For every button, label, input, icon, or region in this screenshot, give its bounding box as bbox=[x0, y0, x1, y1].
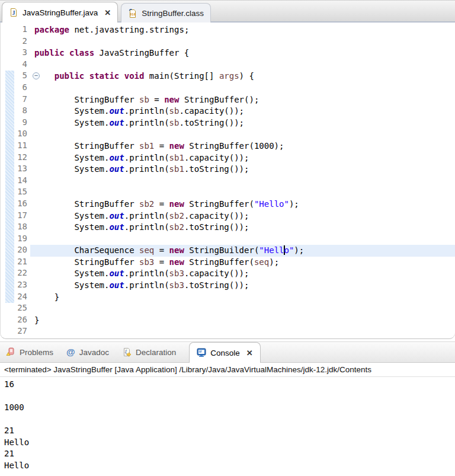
line-number[interactable]: 12 bbox=[1, 152, 30, 164]
code-line[interactable]: System.out.println(sb3.capacity()); bbox=[30, 268, 455, 280]
code-line[interactable] bbox=[30, 234, 455, 245]
code-token: .println( bbox=[124, 106, 169, 116]
code-line[interactable] bbox=[30, 82, 455, 94]
code-token: .toString()); bbox=[184, 222, 249, 232]
line-number[interactable]: 6 bbox=[1, 82, 30, 94]
code-token: .capacity()); bbox=[184, 211, 249, 221]
code-line[interactable]: System.out.println(sb.capacity()); bbox=[30, 106, 455, 117]
code-token: sb bbox=[169, 106, 180, 116]
code-token: .println( bbox=[124, 280, 169, 290]
close-icon[interactable]: ✕ bbox=[104, 8, 111, 17]
code-token: = bbox=[154, 257, 169, 267]
line-number[interactable]: 19 bbox=[1, 234, 30, 245]
line-number[interactable]: 1 bbox=[1, 24, 30, 36]
code-token: } bbox=[34, 315, 39, 325]
code-line-current[interactable]: CharSequence seq = new StringBuilder("He… bbox=[30, 245, 455, 257]
line-number[interactable]: 4 bbox=[1, 59, 30, 71]
line-number[interactable]: 18 bbox=[1, 222, 30, 234]
line-number[interactable]: 26 bbox=[1, 315, 30, 327]
code-token: sb2 bbox=[169, 211, 184, 221]
line-number[interactable]: 27 bbox=[1, 326, 30, 338]
line-number[interactable]: 7 bbox=[1, 94, 30, 106]
code-line[interactable]: StringBuffer sb3 = new StringBuffer(seq)… bbox=[30, 257, 455, 269]
line-number[interactable]: 24 bbox=[1, 292, 30, 304]
code-line[interactable]: System.out.println(sb.toString()); bbox=[30, 117, 455, 129]
code-token: public class bbox=[34, 48, 94, 57]
code-line[interactable] bbox=[30, 326, 455, 338]
code-line[interactable]: System.out.println(sb2.toString()); bbox=[30, 222, 455, 234]
line-number[interactable]: 22 bbox=[1, 268, 30, 280]
code-line[interactable]: } bbox=[30, 292, 455, 304]
code-token: seq bbox=[139, 245, 154, 255]
console-output[interactable]: 16100021Hello21Hello bbox=[0, 377, 455, 471]
line-number[interactable]: 21 bbox=[1, 257, 30, 269]
line-number[interactable]: 17 bbox=[1, 210, 30, 222]
code-token: StringBuffer( bbox=[184, 199, 254, 209]
code-line[interactable]: StringBuffer sb2 = new StringBuffer("Hel… bbox=[30, 199, 455, 210]
code-area[interactable]: package net.javastring.strings;public cl… bbox=[30, 23, 455, 338]
code-line[interactable]: System.out.println(sb2.capacity()); bbox=[30, 210, 455, 222]
svg-text:010: 010 bbox=[130, 12, 136, 16]
line-number[interactable]: 10 bbox=[1, 129, 30, 140]
code-token: out bbox=[109, 164, 124, 174]
code-token: StringBuffer(1000); bbox=[184, 141, 284, 151]
code-token: System. bbox=[34, 118, 109, 127]
code-line[interactable]: public class JavaStringBuffer { bbox=[30, 47, 455, 59]
code-token: sb1 bbox=[169, 153, 184, 162]
code-token: StringBuffer bbox=[34, 141, 139, 151]
code-token: ) { bbox=[239, 71, 254, 81]
code-line[interactable] bbox=[30, 187, 455, 199]
tab-label: Declaration bbox=[136, 348, 176, 357]
line-number[interactable]: 5− bbox=[1, 71, 30, 82]
code-line[interactable] bbox=[30, 129, 455, 140]
line-number[interactable]: 8 bbox=[1, 106, 30, 117]
code-token: out bbox=[109, 222, 124, 232]
code-token: .capacity()); bbox=[184, 269, 249, 278]
code-line[interactable]: StringBuffer sb1 = new StringBuffer(1000… bbox=[30, 140, 455, 152]
code-line[interactable] bbox=[30, 175, 455, 187]
code-token: out bbox=[109, 153, 124, 162]
tab-javadoc[interactable]: @ Javadoc bbox=[66, 347, 109, 357]
code-token: System. bbox=[34, 153, 109, 162]
code-token: StringBuffer bbox=[34, 257, 139, 267]
line-number[interactable]: 23 bbox=[1, 280, 30, 292]
line-number[interactable]: 3 bbox=[1, 47, 30, 59]
line-number[interactable]: 11 bbox=[1, 140, 30, 152]
code-token bbox=[34, 71, 55, 81]
code-token: .println( bbox=[124, 222, 169, 232]
line-number[interactable]: 25 bbox=[1, 303, 30, 315]
code-line[interactable]: StringBuffer sb = new StringBuffer(); bbox=[30, 94, 455, 106]
tab-problems[interactable]: Problems bbox=[6, 347, 53, 357]
tab-declaration[interactable]: { Declaration bbox=[122, 347, 176, 357]
code-token: .println( bbox=[124, 211, 169, 221]
code-line[interactable] bbox=[30, 36, 455, 48]
code-token: sb bbox=[169, 118, 180, 127]
code-line[interactable]: public static void main(String[] args) { bbox=[30, 71, 455, 82]
code-editor[interactable]: 12345−6789101112131415161718192021222324… bbox=[0, 23, 455, 339]
tab-stringbuffer-class[interactable]: 010 StringBuffer.class bbox=[121, 3, 211, 23]
code-token: System. bbox=[34, 211, 109, 221]
line-number[interactable]: 20 bbox=[1, 245, 30, 257]
line-number-gutter[interactable]: 12345−6789101112131415161718192021222324… bbox=[1, 23, 30, 338]
code-line[interactable]: } bbox=[30, 315, 455, 327]
tab-javastringbuffer-java[interactable]: J JavaStringBuffer.java ✕ bbox=[2, 2, 118, 23]
code-line[interactable] bbox=[30, 303, 455, 315]
line-number[interactable]: 2 bbox=[1, 36, 30, 48]
code-line[interactable]: System.out.println(sb1.toString()); bbox=[30, 164, 455, 175]
console-line: 1000 bbox=[4, 402, 455, 414]
code-token: StringBuilder( bbox=[184, 245, 259, 255]
code-line[interactable]: System.out.println(sb1.capacity()); bbox=[30, 152, 455, 164]
code-line[interactable] bbox=[30, 59, 455, 71]
code-token: .toString()); bbox=[184, 164, 249, 174]
line-number[interactable]: 14 bbox=[1, 175, 30, 187]
code-line[interactable]: package net.javastring.strings; bbox=[30, 24, 455, 36]
line-number[interactable]: 15 bbox=[1, 187, 30, 199]
line-number[interactable]: 9 bbox=[1, 117, 30, 129]
console-line: 16 bbox=[4, 379, 455, 391]
code-line[interactable]: System.out.println(sb3.toString()); bbox=[30, 280, 455, 292]
line-number[interactable]: 16 bbox=[1, 199, 30, 210]
close-icon[interactable]: ✕ bbox=[246, 349, 253, 357]
code-token: net.javastring.strings; bbox=[69, 25, 189, 34]
line-number[interactable]: 13 bbox=[1, 164, 30, 175]
tab-console[interactable]: Console ✕ bbox=[189, 342, 260, 363]
